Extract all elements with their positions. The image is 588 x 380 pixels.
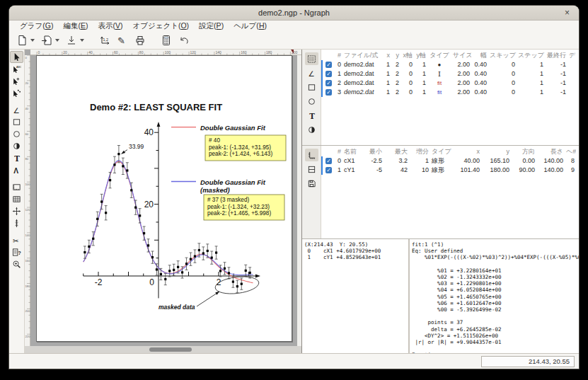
list-tab-mark-list[interactable]: [305, 123, 318, 136]
zoom-icon: [12, 260, 21, 269]
axis-list-panel: #名前最小最大増分タイプxy方向長さヘ#✓0cX1-2.53.21線形40.00…: [302, 146, 579, 239]
menu-item-4[interactable]: 設定(P): [194, 21, 229, 32]
print-icon: [134, 35, 146, 46]
axis-row[interactable]: ✓0cX1-2.53.21線形40.00165.100.00140.008: [323, 156, 579, 166]
row-checkbox[interactable]: ✓: [325, 158, 332, 164]
menu-item-0[interactable]: グラフ(G): [15, 21, 58, 32]
svg-text:∠: ∠: [13, 107, 19, 115]
list-tab-text-list[interactable]: T: [305, 109, 318, 122]
tool-arc[interactable]: [10, 128, 23, 140]
graph-page[interactable]: Demo #2: LEAST SQUARE FIT-2022040Double …: [36, 55, 292, 342]
save-graph-dropdown-icon[interactable]: [80, 39, 84, 42]
cursor-data-icon: [12, 88, 21, 98]
tool-path[interactable]: ∠: [10, 104, 23, 116]
tool-trimming[interactable]: ✂: [10, 234, 23, 246]
cell: 1: [414, 69, 427, 79]
tool-gauss[interactable]: Λ: [10, 164, 23, 176]
tool-frame-graph[interactable]: [10, 181, 23, 193]
column-header: ファイル/式: [342, 50, 382, 60]
new-graph-button[interactable]: [13, 33, 38, 47]
menu-item-2[interactable]: 表示(V): [93, 21, 127, 32]
new-graph-dropdown-icon[interactable]: [30, 39, 35, 42]
cell: -5: [362, 166, 384, 175]
list-tab-merge-list[interactable]: [305, 177, 318, 190]
window-title: demo2.ngp - Ngraph: [258, 8, 330, 17]
cell: 1: [414, 88, 427, 97]
open-graph-dropdown-icon[interactable]: [55, 39, 59, 42]
column-header: y: [391, 50, 400, 60]
list-tab-rect-list[interactable]: [305, 81, 318, 93]
draw-button[interactable]: ✎: [114, 33, 131, 47]
svg-text:40: 40: [25, 107, 29, 110]
svg-text:?: ?: [18, 250, 21, 256]
calculator-button[interactable]: [158, 33, 175, 47]
svg-text:160: 160: [25, 259, 31, 263]
tool-single-axis[interactable]: [10, 217, 23, 229]
tool-cross-graph[interactable]: [10, 205, 23, 217]
row-checkbox[interactable]: ✓: [325, 80, 332, 86]
data-file-row-header: #ファイル/式xyx軸y軸タイプサイズ幅スキップステップ最終行データ数: [321, 50, 579, 60]
tool-axis-select[interactable]: [10, 75, 23, 87]
close-icon[interactable]: ×: [562, 8, 572, 18]
menu-item-3[interactable]: オブジェクト(O): [127, 21, 194, 32]
rect-icon: [12, 117, 21, 127]
tool-section-graph[interactable]: [10, 193, 23, 205]
tool-text[interactable]: T: [10, 152, 23, 164]
tool-legend-select[interactable]: ABC: [10, 63, 23, 75]
horizontal-scrollbar[interactable]: [25, 346, 301, 353]
tool-evaluate[interactable]: ?: [10, 246, 23, 258]
row-checkbox[interactable]: ✓: [325, 71, 332, 77]
open-graph-button[interactable]: [38, 33, 62, 47]
output-panels: (X:214.43 Y: 20.55) 0 cX1 +4.6017929e+00…: [302, 239, 579, 353]
save-graph-button[interactable]: [63, 33, 87, 47]
list-tab-arc-list[interactable]: [305, 95, 318, 108]
tool-mark[interactable]: [10, 140, 23, 152]
data-file-row[interactable]: ✓0demo2.dat1201●2.000.4001-1: [323, 60, 579, 69]
data-file-row[interactable]: ✓3demo2.dat1201fit2.000.4001-1: [323, 88, 579, 97]
list-tab-data-list[interactable]: [305, 52, 318, 65]
scrollbar-thumb[interactable]: [149, 347, 192, 352]
row-checkbox[interactable]: ✓: [325, 89, 332, 96]
column-header: データ数: [567, 50, 576, 60]
titlebar[interactable]: demo2.ngp - Ngraph ×: [9, 6, 579, 21]
cell: demo2.dat: [342, 88, 382, 97]
undo-button[interactable]: [175, 33, 192, 47]
clear-scale-button[interactable]: 1,2: [96, 33, 113, 47]
list-tab-path-list[interactable]: ∠: [305, 67, 318, 79]
tool-rectangle[interactable]: [10, 116, 23, 128]
row-checkbox[interactable]: ✓: [325, 62, 332, 68]
tool-data-select[interactable]: [10, 87, 23, 99]
list-tab-axis-grid-list[interactable]: [305, 163, 318, 175]
svg-text:60: 60: [114, 50, 118, 54]
data-file-row[interactable]: ✓2demo2.dat1201fit2.000.4001-1: [323, 79, 579, 88]
canvas-area[interactable]: 020406080100120140160180200 020406080100…: [25, 50, 302, 353]
svg-text:120: 120: [190, 50, 197, 54]
mark-icon: [12, 142, 21, 151]
row-checkbox[interactable]: ✓: [325, 167, 332, 173]
data-panel-strip: ∠T: [302, 50, 321, 145]
tool-point[interactable]: [10, 51, 23, 63]
cell: 10: [409, 166, 430, 175]
axis-row[interactable]: ✓1cY1-54210線形101.40180.0090.00140.009: [323, 166, 579, 175]
menu-item-1[interactable]: 編集(E): [58, 21, 93, 32]
disk-icon: [307, 179, 316, 188]
svg-text:20: 20: [63, 50, 67, 54]
calc-icon: [161, 35, 172, 46]
scale-icon: 1,2: [99, 35, 110, 46]
toolbar: 1,2✎: [9, 32, 579, 50]
vertical-scrollbar[interactable]: [297, 55, 301, 346]
fit-result-box-1: # 40peak-1: (-1.324, +31.95)peak-2: (+1.…: [205, 135, 286, 161]
tool-zoom[interactable]: [10, 258, 23, 270]
cell: 1: [517, 88, 545, 97]
data-file-row[interactable]: ✓1demo2.dat1201I2.000.4001-1: [323, 69, 579, 79]
menu-item-5[interactable]: ヘルプ(H): [229, 21, 272, 32]
cell: 1: [382, 88, 391, 97]
svg-text:0: 0: [38, 50, 40, 54]
cell: 2.00: [451, 88, 471, 97]
svg-text:60: 60: [25, 132, 29, 136]
marker-fit-blue-icon: fit: [429, 89, 450, 97]
svg-text:✂: ✂: [13, 237, 19, 245]
list-tab-axis-list[interactable]: [305, 149, 318, 161]
cell: -1: [545, 88, 567, 97]
print-button[interactable]: [132, 33, 149, 47]
